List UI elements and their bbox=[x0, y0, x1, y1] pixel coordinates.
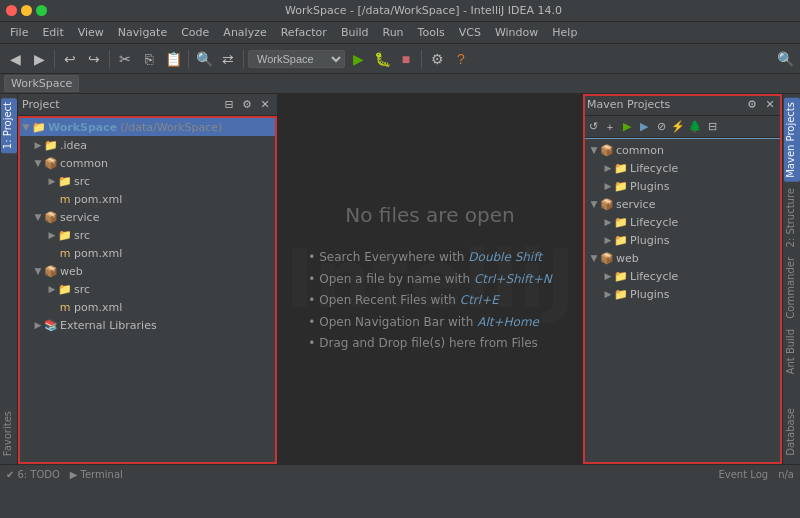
right-tab-maven[interactable]: Maven Projects bbox=[784, 98, 800, 182]
replace-button[interactable]: ⇄ bbox=[217, 48, 239, 70]
status-terminal[interactable]: ▶ Terminal bbox=[70, 469, 123, 480]
run-config-dropdown[interactable]: WorkSpace bbox=[248, 50, 345, 68]
menu-tools[interactable]: Tools bbox=[412, 24, 451, 41]
maven-hide-button[interactable]: ✕ bbox=[762, 97, 778, 113]
copy-button[interactable]: ⎘ bbox=[138, 48, 160, 70]
menu-run[interactable]: Run bbox=[377, 24, 410, 41]
tree-service-pom[interactable]: ▶ m pom.xml bbox=[18, 244, 277, 262]
menu-edit[interactable]: Edit bbox=[36, 24, 69, 41]
right-tab-database[interactable]: Database bbox=[784, 404, 800, 460]
tree-service-src[interactable]: ▶ 📁 src bbox=[18, 226, 277, 244]
menu-vcs[interactable]: VCS bbox=[453, 24, 487, 41]
root-arrow: ▼ bbox=[20, 121, 32, 133]
window-controls[interactable] bbox=[6, 5, 47, 16]
tree-service[interactable]: ▼ 📦 service bbox=[18, 208, 277, 226]
redo-button[interactable]: ↪ bbox=[83, 48, 105, 70]
tree-root[interactable]: ▼ 📁 WorkSpace (/data/WorkSpace) bbox=[18, 118, 277, 136]
terminal-label: Terminal bbox=[81, 469, 123, 480]
search-button[interactable]: 🔍 bbox=[193, 48, 215, 70]
workspace-tab[interactable]: WorkSpace bbox=[4, 75, 79, 92]
menu-build[interactable]: Build bbox=[335, 24, 375, 41]
tree-idea[interactable]: ▶ 📁 .idea bbox=[18, 136, 277, 154]
maven-skip-test-button[interactable]: ⊘ bbox=[653, 119, 669, 135]
hide-panel-button[interactable]: ✕ bbox=[257, 97, 273, 113]
maven-service[interactable]: ▼ 📦 service bbox=[584, 195, 781, 213]
run-button[interactable]: ▶ bbox=[347, 48, 369, 70]
forward-button[interactable]: ▶ bbox=[28, 48, 50, 70]
service-pom-label: pom.xml bbox=[74, 247, 122, 260]
status-todo[interactable]: ✔ 6: TODO bbox=[6, 469, 60, 480]
maven-tree-button[interactable]: 🌲 bbox=[687, 119, 703, 135]
service-src-arrow: ▶ bbox=[46, 229, 58, 241]
menu-navigate[interactable]: Navigate bbox=[112, 24, 173, 41]
maven-generate-button[interactable]: ⚡ bbox=[670, 119, 686, 135]
web-src-label: src bbox=[74, 283, 90, 296]
tree-common[interactable]: ▼ 📦 common bbox=[18, 154, 277, 172]
settings-button[interactable]: ⚙ bbox=[426, 48, 448, 70]
project-panel: Project ⊟ ⚙ ✕ ▼ 📁 WorkSpace (/data/WorkS… bbox=[18, 94, 278, 464]
status-event-log[interactable]: Event Log bbox=[718, 469, 768, 480]
maven-refresh-button[interactable]: ↺ bbox=[585, 119, 601, 135]
ext-libs-icon: 📚 bbox=[44, 318, 58, 332]
tree-web-pom[interactable]: ▶ m pom.xml bbox=[18, 298, 277, 316]
project-tree: ▼ 📁 WorkSpace (/data/WorkSpace) ▶ 📁 .ide… bbox=[18, 116, 277, 464]
close-button[interactable] bbox=[6, 5, 17, 16]
web-src-arrow: ▶ bbox=[46, 283, 58, 295]
right-tab-structure[interactable]: 2: Structure bbox=[784, 184, 800, 251]
maven-gear-icon[interactable]: ⚙ bbox=[744, 97, 760, 113]
collapse-all-button[interactable]: ⊟ bbox=[221, 97, 237, 113]
maven-web-plugins-arrow: ▶ bbox=[602, 288, 614, 300]
maven-service-plugins[interactable]: ▶ 📁 Plugins bbox=[584, 231, 781, 249]
hint-search: Search Everywhere with Double Shift bbox=[308, 247, 551, 269]
tree-web[interactable]: ▼ 📦 web bbox=[18, 262, 277, 280]
maven-common[interactable]: ▼ 📦 common bbox=[584, 141, 781, 159]
maximize-button[interactable] bbox=[36, 5, 47, 16]
maven-web-plugins[interactable]: ▶ 📁 Plugins bbox=[584, 285, 781, 303]
maven-collapse-button[interactable]: ⊟ bbox=[704, 119, 720, 135]
maven-web[interactable]: ▼ 📦 web bbox=[584, 249, 781, 267]
tree-ext-libs[interactable]: ▶ 📚 External Libraries bbox=[18, 316, 277, 334]
toolbar-separator-1 bbox=[54, 50, 55, 68]
right-vertical-tabs: Maven Projects 2: Structure Commander An… bbox=[782, 94, 800, 464]
maven-web-lifecycle-icon: 📁 bbox=[614, 269, 628, 283]
common-src-icon: 📁 bbox=[58, 174, 72, 188]
web-pom-icon: m bbox=[58, 300, 72, 314]
hint-recent-shortcut: Ctrl+E bbox=[460, 293, 499, 307]
menu-analyze[interactable]: Analyze bbox=[217, 24, 272, 41]
settings-icon[interactable]: ⚙ bbox=[239, 97, 255, 113]
maven-service-lifecycle[interactable]: ▶ 📁 Lifecycle bbox=[584, 213, 781, 231]
tree-common-src[interactable]: ▶ 📁 src bbox=[18, 172, 277, 190]
toolbar-separator-2 bbox=[109, 50, 110, 68]
maven-web-lifecycle[interactable]: ▶ 📁 Lifecycle bbox=[584, 267, 781, 285]
menu-window[interactable]: Window bbox=[489, 24, 544, 41]
tree-common-pom[interactable]: ▶ m pom.xml bbox=[18, 190, 277, 208]
status-bar: ✔ 6: TODO ▶ Terminal Event Log n/a bbox=[0, 464, 800, 484]
left-tab-favorites[interactable]: Favorites bbox=[1, 407, 17, 460]
undo-button[interactable]: ↩ bbox=[59, 48, 81, 70]
maven-common-plugins[interactable]: ▶ 📁 Plugins bbox=[584, 177, 781, 195]
cut-button[interactable]: ✂ bbox=[114, 48, 136, 70]
search-everywhere-button[interactable]: 🔍 bbox=[774, 48, 796, 70]
service-src-icon: 📁 bbox=[58, 228, 72, 242]
paste-button[interactable]: 📋 bbox=[162, 48, 184, 70]
back-button[interactable]: ◀ bbox=[4, 48, 26, 70]
stop-button[interactable]: ■ bbox=[395, 48, 417, 70]
maven-debug-button[interactable]: ▶ bbox=[636, 119, 652, 135]
maven-run-button[interactable]: ▶ bbox=[619, 119, 635, 135]
menu-refactor[interactable]: Refactor bbox=[275, 24, 333, 41]
maven-service-icon: 📦 bbox=[600, 197, 614, 211]
maven-add-button[interactable]: + bbox=[602, 119, 618, 135]
debug-button[interactable]: 🐛 bbox=[371, 48, 393, 70]
menu-code[interactable]: Code bbox=[175, 24, 215, 41]
menu-view[interactable]: View bbox=[72, 24, 110, 41]
hint-navbar-shortcut: Alt+Home bbox=[477, 315, 539, 329]
maven-common-lifecycle[interactable]: ▶ 📁 Lifecycle bbox=[584, 159, 781, 177]
menu-help[interactable]: Help bbox=[546, 24, 583, 41]
help-button[interactable]: ? bbox=[450, 48, 472, 70]
menu-file[interactable]: File bbox=[4, 24, 34, 41]
minimize-button[interactable] bbox=[21, 5, 32, 16]
tree-web-src[interactable]: ▶ 📁 src bbox=[18, 280, 277, 298]
left-tab-project[interactable]: 1: Project bbox=[1, 98, 17, 153]
right-tab-ant[interactable]: Ant Build bbox=[784, 325, 800, 378]
right-tab-commander[interactable]: Commander bbox=[784, 253, 800, 323]
